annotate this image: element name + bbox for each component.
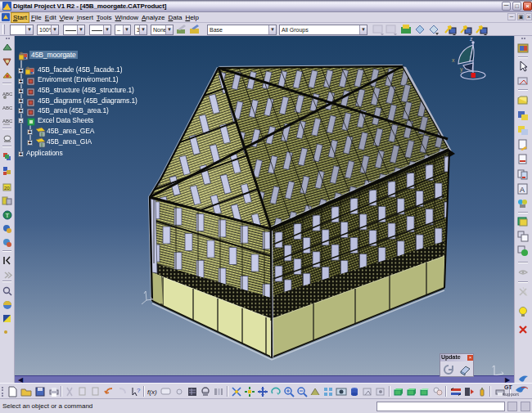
svg-text:ABC: ABC bbox=[2, 119, 13, 123]
svg-text:20: 20 bbox=[4, 186, 10, 191]
svg-text:z: z bbox=[470, 36, 473, 42]
svg-text:f(x): f(x) bbox=[147, 388, 157, 396]
svg-text:ABC: ABC bbox=[2, 105, 13, 110]
svg-text:A: A bbox=[520, 186, 525, 194]
svg-text:?: ? bbox=[137, 387, 141, 394]
svg-text:ABC: ABC bbox=[2, 92, 13, 97]
svg-text:y: y bbox=[460, 66, 463, 73]
svg-text:x: x bbox=[452, 57, 455, 63]
svg-text:T: T bbox=[6, 212, 10, 219]
